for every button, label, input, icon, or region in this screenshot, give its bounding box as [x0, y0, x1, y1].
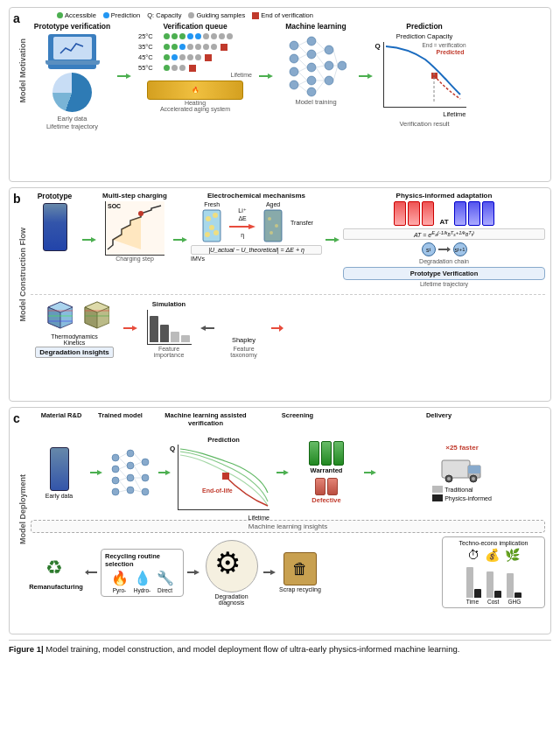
b-bottom-arrow-2	[200, 324, 214, 333]
accessible-label: Accessible	[65, 11, 96, 19]
svg-marker-94	[276, 470, 289, 475]
degrad-chain: st st+1	[343, 242, 545, 256]
sim-bar-3	[171, 332, 179, 342]
d24	[179, 65, 186, 71]
scrap-label: Scrap recycling	[279, 586, 321, 592]
svg-rect-98	[468, 466, 480, 473]
svg-marker-0	[117, 74, 131, 79]
hot-batt-1	[394, 201, 406, 226]
at-block: AT	[343, 201, 545, 226]
svg-marker-104	[85, 570, 97, 575]
svg-point-73	[127, 474, 134, 481]
c-bot-arrow-2	[187, 568, 200, 577]
svg-marker-1	[259, 74, 273, 79]
svg-marker-50	[326, 237, 340, 242]
eta-label: η	[241, 232, 244, 238]
svg-point-44	[214, 230, 219, 235]
c-arrow-1	[90, 468, 102, 477]
multistep-title: Multi-step charging	[102, 192, 167, 200]
hydro-icon: 💧	[134, 570, 151, 586]
q-lifetime-block: Prediction Q	[173, 436, 274, 510]
verif-row-0: 25°C	[138, 32, 252, 40]
sq-red-3	[189, 65, 196, 72]
degrad-chain-label: Degradation chain	[343, 258, 545, 264]
d3	[179, 33, 186, 39]
degrad-diag-label: Degradation diagnosis	[203, 593, 260, 606]
neural-net-icon	[285, 32, 346, 98]
row-label-0: 25°C	[138, 32, 162, 40]
shapley-block: Shapley Feature taxonomy	[220, 336, 268, 358]
simulation-label: Simulation	[152, 300, 186, 308]
svg-line-16	[298, 46, 307, 54]
b-bottom-arrow-3	[273, 322, 282, 334]
svg-line-25	[316, 54, 325, 66]
lifetime-c-label: Lifetime	[248, 515, 270, 521]
d-batt-2	[327, 478, 338, 495]
section-c-content: Material R&D Trained model Machine learn…	[31, 411, 545, 608]
money-icon: 💰	[485, 548, 500, 562]
verif-result-label: Verification result	[399, 120, 449, 128]
svg-line-18	[298, 59, 307, 67]
cost-trad-bar	[486, 571, 494, 598]
trained-nn-icon	[108, 445, 152, 501]
section-a-side-label: Model Motivation	[18, 37, 27, 105]
verif-queue-title: Verification queue	[135, 22, 256, 31]
d2	[172, 33, 178, 39]
time-bar-label: Time	[466, 599, 479, 605]
svg-line-30	[333, 50, 338, 66]
svg-line-20	[298, 72, 307, 81]
laptop-icon	[48, 34, 96, 69]
svg-marker-33	[359, 74, 373, 79]
svg-line-15	[298, 41, 307, 46]
section-a-side-label-col: Model Motivation	[15, 11, 31, 130]
sim-bar-2	[160, 325, 169, 342]
end-verif-text: End = verification	[422, 42, 466, 49]
svg-point-71	[127, 450, 134, 457]
electrode-arrow: Li⁺ ΔE η	[229, 207, 256, 238]
phys-label: Physics-informed	[444, 495, 492, 501]
row-label-3: 55°C	[138, 64, 162, 72]
svg-rect-92	[222, 473, 229, 480]
ghg-bar-label: GHG	[508, 599, 521, 605]
hot-batt-3	[422, 201, 434, 226]
at-label: AT	[439, 218, 448, 226]
svg-marker-45	[229, 224, 256, 229]
d22	[164, 65, 170, 71]
caption-bold: Figure 1|	[9, 644, 44, 654]
q-curves-svg: End-of-life	[180, 445, 270, 508]
section-b-top: Prototype Multi-step charging SOC	[31, 192, 545, 287]
trad-label: Traditional	[444, 487, 472, 493]
time-trad-bar	[466, 567, 473, 598]
pyro-icon: 🔥	[111, 570, 129, 586]
b-proto-title: Prototype	[38, 192, 73, 200]
cost-phys-bar	[494, 591, 501, 598]
battery-stack-icon	[43, 203, 67, 251]
hot-batteries	[394, 201, 434, 226]
cold-batt-3	[482, 201, 494, 226]
svg-line-83	[119, 480, 127, 490]
c-arrow-4	[364, 468, 376, 477]
svg-point-8	[307, 63, 316, 72]
scrap-block: 🗑 Scrap recycling	[279, 552, 321, 592]
svg-line-87	[134, 466, 142, 478]
aged-electrode: Aged	[261, 201, 285, 243]
recycling-icons-row: 🔥 Pyro- 💧 Hydro- 🔧 Direct	[111, 570, 174, 593]
d10	[164, 44, 170, 50]
section-b-panel: b Model Construction Flow Prototype	[9, 187, 551, 402]
d8	[219, 33, 225, 39]
svg-line-81	[119, 469, 127, 478]
guiding-dot	[188, 12, 194, 18]
svg-point-75	[142, 459, 149, 466]
svg-marker-38	[173, 237, 187, 242]
svg-point-2	[290, 41, 298, 50]
direct-label: Direct	[158, 587, 172, 593]
remanuf-block: ♻ Remanufacturing	[31, 555, 81, 591]
techno-box: Techno-econo implication ⏱ 💰 🌿	[442, 536, 545, 608]
fig-caption: Figure 1| Model training, model construc…	[9, 640, 551, 655]
stage-label-0: Material R&D	[31, 411, 92, 419]
svg-marker-107	[263, 570, 276, 575]
svg-marker-51	[438, 247, 451, 252]
d20	[187, 54, 193, 60]
section-b-content: Prototype Multi-step charging SOC	[31, 192, 545, 358]
b-arrow-2	[173, 235, 187, 244]
